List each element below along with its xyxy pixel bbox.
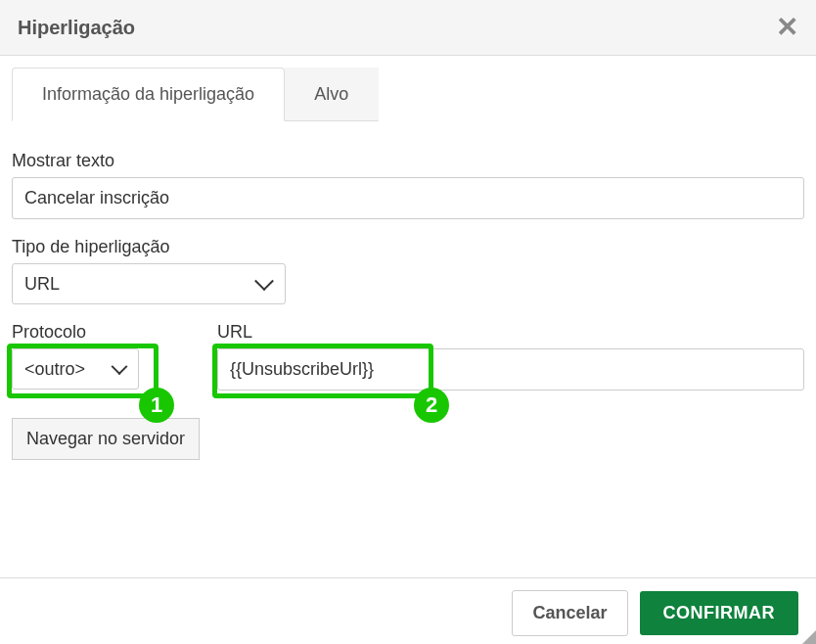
close-icon[interactable]: ✕: [776, 14, 798, 41]
url-label: URL: [217, 322, 804, 343]
confirm-button[interactable]: CONFIRMAR: [640, 591, 799, 635]
display-text-label: Mostrar texto: [12, 151, 804, 171]
tab-link-info[interactable]: Informação da hiperligação: [12, 68, 285, 121]
annotation-badge-2: 2: [414, 388, 449, 423]
tab-target[interactable]: Alvo: [285, 68, 379, 121]
tab-bar: Informação da hiperligação Alvo: [12, 68, 379, 121]
annotation-badge-1: 1: [139, 388, 174, 423]
protocol-label: Protocolo: [12, 322, 159, 343]
url-input[interactable]: [217, 348, 804, 391]
display-text-input[interactable]: [12, 177, 804, 219]
dialog-title: Hiperligação: [18, 17, 135, 39]
link-type-select-wrap: URL: [12, 263, 286, 304]
protocol-select-wrap: <outro>: [12, 348, 139, 390]
link-type-label: Tipo de hiperligação: [12, 237, 804, 257]
browse-server-button[interactable]: Navegar no servidor: [12, 418, 200, 460]
cancel-button[interactable]: Cancelar: [512, 590, 627, 636]
link-type-select[interactable]: URL: [13, 264, 285, 303]
resize-handle-icon[interactable]: [802, 630, 816, 644]
protocol-select[interactable]: <outro>: [12, 348, 139, 390]
